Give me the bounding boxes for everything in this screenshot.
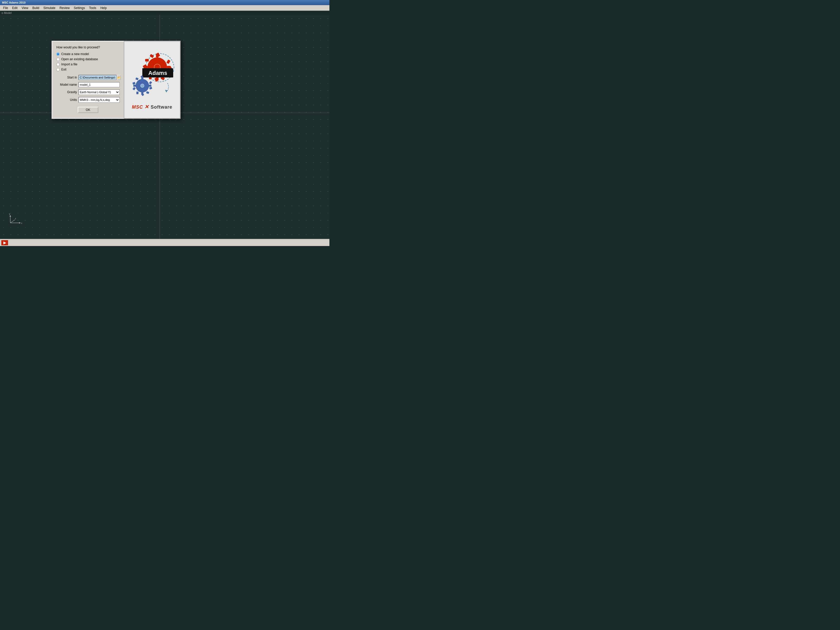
ok-button[interactable]: OK (78, 107, 98, 113)
svg-text:y: y (9, 213, 10, 215)
svg-marker-44 (165, 90, 167, 92)
canvas-area: y x z How would you like to proceed? Cre… (0, 15, 329, 246)
svg-rect-39 (133, 87, 136, 90)
gravity-label: Gravity (56, 90, 77, 94)
radio-import-file[interactable] (56, 63, 60, 66)
start-in-input[interactable] (79, 75, 117, 80)
start-in-row: Start in 📂 (56, 75, 120, 80)
model-name-label: Model name (56, 83, 77, 87)
svg-line-4 (10, 220, 15, 223)
dialog-right-panel: Adams ™ (124, 41, 180, 118)
svg-marker-6 (9, 215, 11, 217)
model-name-row: Model name (56, 82, 120, 87)
gravity-row: Gravity Earth Normal (-Global Y) Earth N… (56, 89, 120, 95)
svg-rect-35 (149, 87, 152, 90)
radio-open-db[interactable] (56, 58, 60, 61)
viewport-label: o Model (0, 11, 329, 15)
menu-edit[interactable]: Edit (10, 6, 20, 10)
logo-area: Adams ™ (127, 47, 177, 113)
dialog-left-panel: How would you like to proceed? Create a … (52, 41, 124, 118)
menu-bar: File Edit View Build Simulate Review Set… (0, 5, 329, 11)
gear-graphic: Adams ™ (129, 50, 175, 101)
svg-rect-40 (133, 82, 136, 85)
menu-build[interactable]: Build (30, 6, 41, 10)
menu-view[interactable]: View (20, 6, 30, 10)
menu-review[interactable]: Review (57, 6, 71, 10)
svg-rect-22 (145, 59, 149, 62)
title-text: MSC Adams 2010 (2, 1, 25, 4)
radio-new-model[interactable] (56, 52, 60, 56)
dialog-container: How would you like to proceed? Create a … (52, 41, 181, 119)
svg-rect-41 (135, 77, 139, 80)
label-import-file: Import a file (61, 63, 77, 66)
svg-marker-7 (19, 222, 21, 224)
label-open-db: Open an existing database (61, 57, 98, 61)
menu-simulate[interactable]: Simulate (41, 6, 58, 10)
units-row: Units MMKS - mm,kg,N,s,deg MKS - m,kg,N,… (56, 97, 120, 103)
svg-rect-14 (166, 60, 171, 64)
msc-text: MSC (132, 104, 143, 110)
option-new-model[interactable]: Create a new model (56, 52, 120, 56)
start-button[interactable]: ▶ (1, 240, 8, 246)
svg-rect-36 (146, 91, 149, 94)
svg-rect-38 (136, 92, 139, 94)
start-icon: ▶ (3, 241, 6, 245)
label-exit: Exit (61, 68, 66, 71)
svg-rect-34 (149, 81, 152, 84)
title-bar: MSC Adams 2010 (0, 0, 329, 5)
msc-software-logo: MSC ✕ Software (132, 104, 172, 110)
dialog-form: Start in 📂 Model name Gravity Earth Norm… (56, 75, 120, 103)
menu-settings[interactable]: Settings (72, 6, 87, 10)
dialog-question: How would you like to proceed? (56, 46, 120, 49)
svg-text:z: z (15, 217, 16, 220)
svg-rect-32 (149, 85, 151, 87)
menu-tools[interactable]: Tools (87, 6, 98, 10)
taskbar: ▶ (0, 239, 329, 246)
svg-text:™: ™ (172, 68, 175, 70)
svg-point-43 (141, 84, 144, 87)
svg-rect-33 (133, 85, 136, 87)
svg-rect-23 (150, 54, 154, 58)
menu-file[interactable]: File (1, 6, 10, 10)
units-select[interactable]: MMKS - mm,kg,N,s,deg MKS - m,kg,N,s,deg … (79, 97, 120, 103)
option-open-db[interactable]: Open an existing database (56, 57, 120, 61)
folder-browse-button[interactable]: 📂 (117, 75, 121, 80)
svg-text:x: x (21, 222, 22, 224)
x-icon: ✕ (144, 104, 149, 110)
axes-indicator: y x z (8, 213, 23, 226)
svg-text:Adams: Adams (148, 70, 167, 76)
units-label: Units (56, 98, 77, 102)
radio-exit[interactable] (56, 68, 60, 71)
option-exit[interactable]: Exit (56, 68, 120, 71)
folder-icon: 📂 (117, 76, 120, 79)
option-import-file[interactable]: Import a file (56, 63, 120, 66)
software-text: Software (151, 104, 172, 110)
start-in-label: Start in (56, 76, 77, 79)
model-name-input[interactable] (79, 82, 120, 87)
viewport-label-text: o Model (2, 11, 11, 14)
gravity-select[interactable]: Earth Normal (-Global Y) Earth Normal (-… (79, 89, 120, 95)
menu-help[interactable]: Help (98, 6, 109, 10)
label-new-model: Create a new model (61, 52, 89, 56)
